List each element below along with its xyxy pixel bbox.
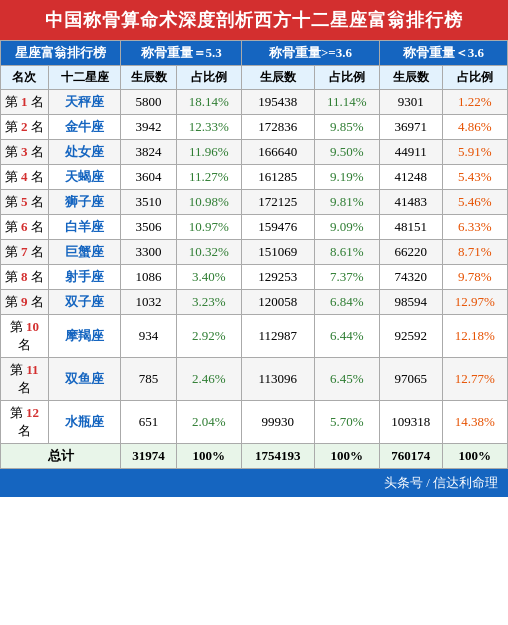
cell-ratio3: 9.78% [442, 265, 507, 290]
cell-births1: 5800 [121, 90, 176, 115]
footer-bar: 头条号 / 信达利命理 [0, 469, 508, 497]
cell-births1: 934 [121, 315, 176, 358]
cell-ratio1: 18.14% [176, 90, 241, 115]
cell-ratio1: 3.40% [176, 265, 241, 290]
cell-births1: 3604 [121, 165, 176, 190]
cell-ratio1: 10.32% [176, 240, 241, 265]
cell-ratio3: 5.43% [442, 165, 507, 190]
cell-ratio3: 1.22% [442, 90, 507, 115]
cell-zodiac: 狮子座 [48, 190, 121, 215]
table-row: 第 9 名双子座10323.23%1200586.84%9859412.97% [1, 290, 508, 315]
cell-births2: 151069 [241, 240, 314, 265]
col-header-ratio2: 占比例 [314, 66, 379, 90]
cell-births3: 98594 [379, 290, 442, 315]
cell-zodiac: 处女座 [48, 140, 121, 165]
cell-zodiac: 白羊座 [48, 215, 121, 240]
cell-births2: 172125 [241, 190, 314, 215]
cell-births3: 74320 [379, 265, 442, 290]
col-header-births3: 生辰数 [379, 66, 442, 90]
col-header-births1: 生辰数 [121, 66, 176, 90]
cell-ratio2: 9.81% [314, 190, 379, 215]
cell-rank: 第 6 名 [1, 215, 49, 240]
cell-ratio2: 6.44% [314, 315, 379, 358]
cell-rank: 第 12 名 [1, 401, 49, 444]
cell-rank: 第 4 名 [1, 165, 49, 190]
cell-ratio1: 11.96% [176, 140, 241, 165]
cell-rank: 第 7 名 [1, 240, 49, 265]
cell-zodiac: 水瓶座 [48, 401, 121, 444]
table-row: 第 6 名白羊座350610.97%1594769.09%481516.33% [1, 215, 508, 240]
cell-zodiac: 金牛座 [48, 115, 121, 140]
total-r1: 100% [176, 444, 241, 469]
total-row: 总计 31974 100% 1754193 100% 760174 100% [1, 444, 508, 469]
cell-zodiac: 射手座 [48, 265, 121, 290]
main-table: 星座富翁排行榜 称骨重量＝5.3 称骨重量>=3.6 称骨重量＜3.6 名次 十… [0, 40, 508, 469]
cell-births3: 44911 [379, 140, 442, 165]
cell-ratio3: 12.97% [442, 290, 507, 315]
total-b1: 31974 [121, 444, 176, 469]
table-row: 第 1 名天秤座580018.14%19543811.14%93011.22% [1, 90, 508, 115]
cell-ratio3: 5.91% [442, 140, 507, 165]
cell-ratio3: 14.38% [442, 401, 507, 444]
cell-births2: 159476 [241, 215, 314, 240]
table-row: 第 5 名狮子座351010.98%1721259.81%414835.46% [1, 190, 508, 215]
cell-births2: 172836 [241, 115, 314, 140]
cell-births3: 48151 [379, 215, 442, 240]
cell-rank: 第 3 名 [1, 140, 49, 165]
cell-births2: 112987 [241, 315, 314, 358]
total-label: 总计 [1, 444, 121, 469]
cell-births3: 92592 [379, 315, 442, 358]
cell-births1: 3510 [121, 190, 176, 215]
cell-zodiac: 双鱼座 [48, 358, 121, 401]
cell-births1: 1086 [121, 265, 176, 290]
table-row: 第 2 名金牛座394212.33%1728369.85%369714.86% [1, 115, 508, 140]
cell-births1: 3824 [121, 140, 176, 165]
cell-ratio3: 6.33% [442, 215, 507, 240]
table-row: 第 3 名处女座382411.96%1666409.50%449115.91% [1, 140, 508, 165]
col-header-ratio1: 占比例 [176, 66, 241, 90]
cell-births3: 9301 [379, 90, 442, 115]
cell-ratio3: 12.18% [442, 315, 507, 358]
cell-births2: 166640 [241, 140, 314, 165]
table-row: 第 11 名双鱼座7852.46%1130966.45%9706512.77% [1, 358, 508, 401]
col-header-ratio3: 占比例 [442, 66, 507, 90]
col-header-zodiac: 十二星座 [48, 66, 121, 90]
table-row: 第 7 名巨蟹座330010.32%1510698.61%662208.71% [1, 240, 508, 265]
cell-ratio1: 11.27% [176, 165, 241, 190]
cell-births2: 195438 [241, 90, 314, 115]
total-b3: 760174 [379, 444, 442, 469]
col-header-births2: 生辰数 [241, 66, 314, 90]
cell-zodiac: 天蝎座 [48, 165, 121, 190]
cell-rank: 第 10 名 [1, 315, 49, 358]
cell-ratio3: 8.71% [442, 240, 507, 265]
total-r3: 100% [442, 444, 507, 469]
cell-births2: 129253 [241, 265, 314, 290]
cell-births1: 3300 [121, 240, 176, 265]
cell-ratio1: 12.33% [176, 115, 241, 140]
cell-births1: 1032 [121, 290, 176, 315]
cell-ratio2: 9.85% [314, 115, 379, 140]
cell-births3: 97065 [379, 358, 442, 401]
cell-ratio1: 10.98% [176, 190, 241, 215]
cell-ratio1: 2.92% [176, 315, 241, 358]
header-group3: 称骨重量＜3.6 [379, 41, 507, 66]
cell-ratio2: 6.84% [314, 290, 379, 315]
col-header-rank: 名次 [1, 66, 49, 90]
table-row: 第 12 名水瓶座6512.04%999305.70%10931814.38% [1, 401, 508, 444]
cell-births1: 3942 [121, 115, 176, 140]
cell-births3: 66220 [379, 240, 442, 265]
cell-ratio3: 5.46% [442, 190, 507, 215]
cell-births2: 120058 [241, 290, 314, 315]
cell-ratio3: 12.77% [442, 358, 507, 401]
cell-births3: 36971 [379, 115, 442, 140]
total-b2: 1754193 [241, 444, 314, 469]
cell-zodiac: 摩羯座 [48, 315, 121, 358]
cell-ratio2: 11.14% [314, 90, 379, 115]
cell-births3: 41483 [379, 190, 442, 215]
cell-births2: 113096 [241, 358, 314, 401]
cell-ratio1: 10.97% [176, 215, 241, 240]
total-r2: 100% [314, 444, 379, 469]
cell-births3: 41248 [379, 165, 442, 190]
cell-zodiac: 巨蟹座 [48, 240, 121, 265]
table-body: 第 1 名天秤座580018.14%19543811.14%93011.22%第… [1, 90, 508, 444]
